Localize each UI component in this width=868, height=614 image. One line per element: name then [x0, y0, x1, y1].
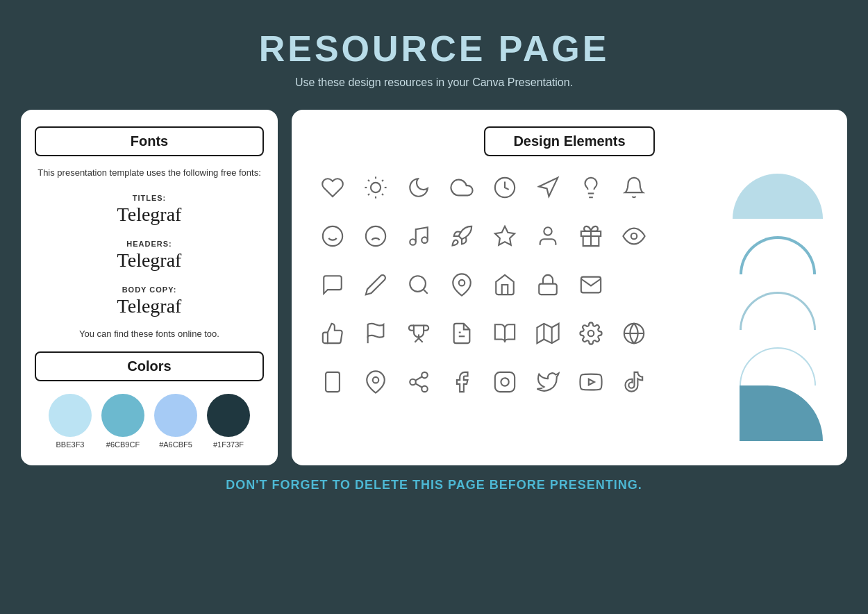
- clock-icon: [485, 167, 525, 208]
- svg-marker-20: [495, 226, 515, 245]
- svg-point-27: [459, 280, 465, 286]
- eye-icon: [614, 216, 654, 256]
- gift-icon: [571, 216, 611, 256]
- icons-grid: [306, 163, 715, 441]
- svg-point-18: [410, 239, 416, 245]
- svg-point-15: [366, 226, 385, 246]
- font-titles-name: Telegraf: [117, 204, 182, 226]
- svg-line-3: [368, 180, 369, 181]
- file-icon: [442, 313, 482, 354]
- fonts-badge: Fonts: [35, 126, 264, 156]
- svg-point-12: [323, 226, 342, 246]
- fonts-online-note: You can find these fonts online too.: [79, 329, 219, 339]
- decoration-3: [726, 274, 830, 330]
- svg-point-44: [422, 386, 428, 392]
- pin-icon: [442, 265, 482, 305]
- svg-marker-49: [589, 379, 594, 385]
- thumbsup-icon: [312, 313, 353, 354]
- sun-icon: [356, 167, 396, 208]
- map-icon: [528, 313, 568, 354]
- semicircle-filled: [733, 174, 823, 219]
- frown-icon: [356, 216, 396, 256]
- user-icon: [528, 216, 568, 256]
- quarter-circle: [740, 385, 823, 441]
- chat-icon: [312, 265, 353, 305]
- decoration-2: [726, 219, 830, 274]
- globe-icon: [614, 313, 654, 354]
- main-content: Fonts This presentation template uses th…: [0, 110, 868, 465]
- swatch-circle-2: [101, 394, 144, 437]
- svg-point-41: [373, 377, 379, 383]
- svg-rect-28: [539, 284, 557, 295]
- svg-line-45: [415, 383, 422, 388]
- swatch-circle-4: [207, 394, 250, 437]
- swatch-4: #1F373F: [207, 394, 250, 449]
- smile-icon: [312, 216, 353, 256]
- search-icon: [399, 265, 439, 305]
- pencil-icon: [356, 265, 396, 305]
- colors-badge: Colors: [35, 351, 264, 381]
- lock-icon: [528, 265, 568, 305]
- swatch-circle-3: [154, 394, 197, 437]
- star-icon: [485, 216, 525, 256]
- fonts-description: This presentation template uses the foll…: [37, 166, 261, 180]
- semicircle-outline-1: [740, 236, 816, 274]
- facebook-icon: [442, 362, 482, 402]
- swatch-label-2: #6CB9CF: [106, 440, 140, 449]
- swatch-circle-1: [49, 394, 92, 437]
- home-icon: [485, 265, 525, 305]
- left-panel: Fonts This presentation template uses th…: [21, 110, 278, 465]
- page-title: RESOURCE PAGE: [0, 28, 868, 69]
- instagram-icon: [485, 362, 525, 402]
- semicircle-outline-3: [740, 347, 816, 385]
- mail-icon: [571, 265, 611, 305]
- swatch-2: #6CB9CF: [101, 394, 144, 449]
- footer-text: DON'T FORGET TO DELETE THIS PAGE BEFORE …: [0, 478, 868, 492]
- book-icon: [485, 313, 525, 354]
- music-icon: [399, 216, 439, 256]
- bell-icon: [614, 167, 654, 208]
- lightbulb-icon: [571, 167, 611, 208]
- svg-point-24: [631, 233, 637, 240]
- svg-point-36: [588, 331, 594, 337]
- decoration-1: [726, 163, 830, 219]
- font-titles-label: TITLES:: [133, 194, 167, 202]
- svg-point-25: [410, 276, 426, 292]
- megaphone-icon: [528, 167, 568, 208]
- decorations-area: [722, 163, 833, 441]
- twitter-icon: [528, 362, 568, 402]
- font-headers-label: HEADERS:: [126, 240, 172, 248]
- svg-line-4: [382, 194, 383, 195]
- icons-and-decorations: [306, 163, 833, 441]
- page-subtitle: Use these design resources in your Canva…: [0, 76, 868, 89]
- phone-icon: [312, 362, 353, 402]
- svg-line-7: [368, 194, 369, 195]
- font-headers-name: Telegraf: [117, 249, 182, 272]
- share-icon: [399, 362, 439, 402]
- svg-point-0: [371, 183, 381, 192]
- svg-rect-39: [326, 372, 340, 392]
- svg-marker-33: [537, 324, 558, 343]
- tiktok-icon: [614, 362, 654, 402]
- icon-row-4: [306, 309, 715, 358]
- trophy-icon: [399, 313, 439, 354]
- color-swatches: BBE3F3 #6CB9CF #A6CBF5 #1F373F: [49, 394, 250, 449]
- svg-line-26: [424, 290, 428, 294]
- icon-row-1: [306, 163, 715, 212]
- rocket-icon: [442, 216, 482, 256]
- icon-row-3: [306, 260, 715, 309]
- settings-icon: [571, 313, 611, 354]
- font-body-name: Telegraf: [117, 295, 182, 317]
- svg-point-19: [422, 237, 428, 243]
- font-entry-body: BODY COPY: Telegraf: [117, 283, 182, 317]
- svg-rect-47: [495, 372, 515, 392]
- icon-row-2: [306, 212, 715, 260]
- decoration-5: [726, 385, 830, 441]
- location-icon: [356, 362, 396, 402]
- design-elements-badge: Design Elements: [484, 126, 654, 156]
- font-entry-headers: HEADERS: Telegraf: [117, 237, 182, 272]
- header-section: RESOURCE PAGE Use these design resources…: [0, 0, 868, 103]
- swatch-label-3: #A6CBF5: [159, 440, 192, 449]
- heart-icon: [312, 167, 353, 208]
- font-body-label: BODY COPY:: [122, 285, 177, 294]
